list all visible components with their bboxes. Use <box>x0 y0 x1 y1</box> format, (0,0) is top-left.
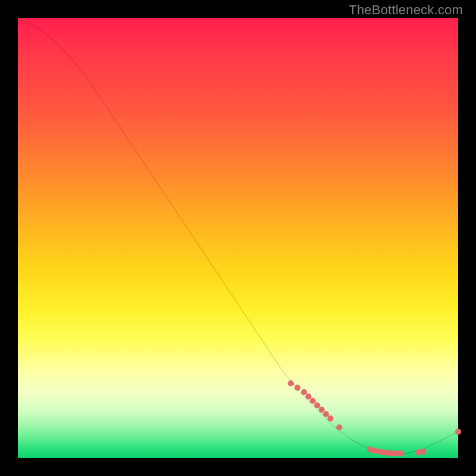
data-point <box>301 389 307 395</box>
data-points-group <box>288 380 461 456</box>
watermark-text: TheBottleneck.com <box>349 2 463 18</box>
bottleneck-curve <box>18 18 458 454</box>
data-point <box>455 429 461 435</box>
data-point <box>327 415 333 421</box>
data-point <box>314 402 320 408</box>
data-point <box>398 450 404 456</box>
data-point <box>420 449 426 455</box>
data-point <box>319 407 325 413</box>
data-point <box>305 393 311 399</box>
data-point <box>288 380 294 386</box>
data-point <box>310 398 316 404</box>
plot-area <box>18 18 458 458</box>
chart-overlay-svg <box>18 18 458 458</box>
chart-stage: TheBottleneck.com <box>0 0 476 476</box>
data-point <box>336 424 342 430</box>
data-point <box>295 385 300 391</box>
data-point <box>323 411 329 417</box>
